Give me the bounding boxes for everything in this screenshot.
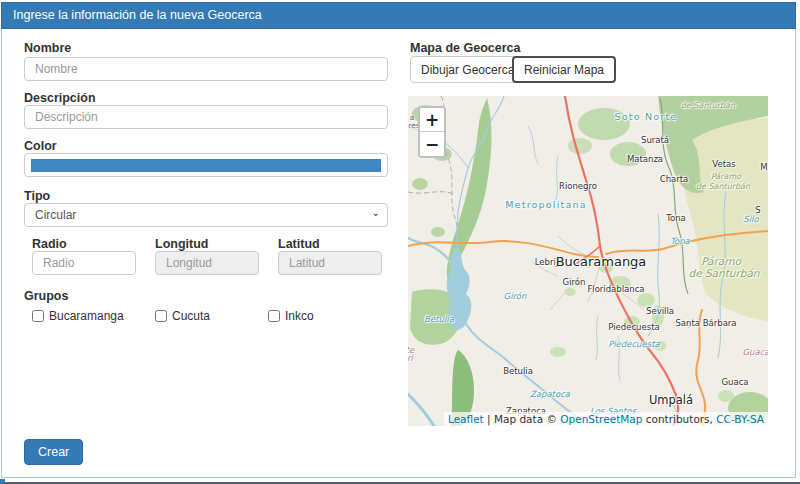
map-place-label: Girón <box>504 291 527 301</box>
map-place-label: Tona <box>666 213 686 223</box>
map-place-label: Páramo <box>701 255 741 267</box>
reiniciar-mapa-button[interactable]: Reiniciar Mapa <box>512 56 616 83</box>
map-place-label: Umpalá <box>649 393 693 407</box>
map-place-label: Guaca <box>721 377 748 387</box>
grupos-label: Grupos <box>24 289 68 303</box>
map-place-label: de Santurbán <box>681 101 735 110</box>
map-zoom-control: + − <box>418 106 446 158</box>
geofence-panel: Ingrese la información de la nueva Geoce… <box>1 2 796 478</box>
color-input[interactable] <box>24 153 388 177</box>
nombre-label: Nombre <box>24 41 71 55</box>
inkco-checkbox[interactable] <box>268 310 280 322</box>
map-place-label: Tona <box>670 236 690 246</box>
longitud-label: Longitud <box>155 237 208 251</box>
map-place-label: Suratá <box>641 135 669 145</box>
map-place-label: de Santurbán <box>696 182 750 191</box>
map-place-label: Santa Bárbara <box>675 318 736 328</box>
map-place-label: Sevilla <box>646 306 674 316</box>
map-place-label: Betulia <box>424 314 454 324</box>
license-link[interactable]: CC-BY-SA <box>716 413 764 425</box>
longitud-input <box>155 251 259 275</box>
tipo-label: Tipo <box>24 189 50 203</box>
map-place-label: Bucaramanga <box>556 254 647 269</box>
map-place-label: Metropolitana <box>505 199 586 210</box>
openstreetmap-link[interactable]: OpenStreetMap <box>560 413 642 425</box>
leaflet-link[interactable]: Leaflet <box>448 413 484 425</box>
map-place-label: Piedecuesta <box>608 339 659 349</box>
zoom-in-button[interactable]: + <box>420 108 444 132</box>
leaflet-map[interactable]: Soto Nortede SanturbánSuratáMatanzaVetas… <box>408 96 768 426</box>
color-swatch <box>31 159 381 172</box>
radio-input[interactable] <box>32 251 136 275</box>
map-place-label: Soto Norte <box>615 111 678 122</box>
map-place-label: Floridablanca <box>587 284 644 294</box>
color-label: Color <box>24 139 57 153</box>
panel-title: Ingrese la información de la nueva Geoce… <box>1 2 796 29</box>
latitud-input <box>278 251 382 275</box>
map-place-label: Guaca <box>742 347 768 357</box>
map-place-label: Piedecuesta <box>608 322 659 332</box>
map-labels: Soto Nortede SanturbánSuratáMatanzaVetas… <box>408 96 768 426</box>
map-attribution: Leaflet | Map data © OpenStreetMap contr… <box>444 412 768 426</box>
map-place-label: ri <box>408 353 413 363</box>
checkbox-cucuta[interactable]: Cucuta <box>155 309 210 323</box>
map-place-label: Charta <box>660 174 689 184</box>
map-place-label: Páramo <box>711 172 741 181</box>
nombre-input[interactable] <box>24 57 388 81</box>
map-place-label: Zapatoca <box>530 389 570 399</box>
map-place-label: Matanza <box>627 154 663 164</box>
map-place-label: Girón <box>563 277 586 287</box>
checkbox-bucaramanga[interactable]: Bucaramanga <box>32 309 124 323</box>
descripcion-input[interactable] <box>24 105 388 129</box>
crear-button[interactable]: Crear <box>24 439 83 465</box>
dibujar-geocerca-button[interactable]: Dibujar Geocerca <box>410 56 525 83</box>
map-place-label: Silo <box>743 214 758 224</box>
map-section-title: Mapa de Geocerca <box>410 41 520 55</box>
descripcion-label: Descripción <box>24 91 96 105</box>
map-place-label: Rionegro <box>559 181 597 191</box>
map-place-label: Vetas <box>712 159 735 169</box>
latitud-label: Latitud <box>278 237 320 251</box>
map-place-label: de Santurbán <box>688 267 759 279</box>
window-corner-chip <box>0 479 5 483</box>
radio-label: Radio <box>32 237 67 251</box>
bucaramanga-checkbox[interactable] <box>32 310 44 322</box>
zoom-out-button[interactable]: − <box>420 132 444 156</box>
cucuta-checkbox[interactable] <box>155 310 167 322</box>
tipo-select[interactable]: Circular <box>24 203 388 227</box>
map-place-label: Betulia <box>503 366 533 376</box>
checkbox-inkco[interactable]: Inkco <box>268 309 314 323</box>
map-place-label: M <box>760 162 767 172</box>
